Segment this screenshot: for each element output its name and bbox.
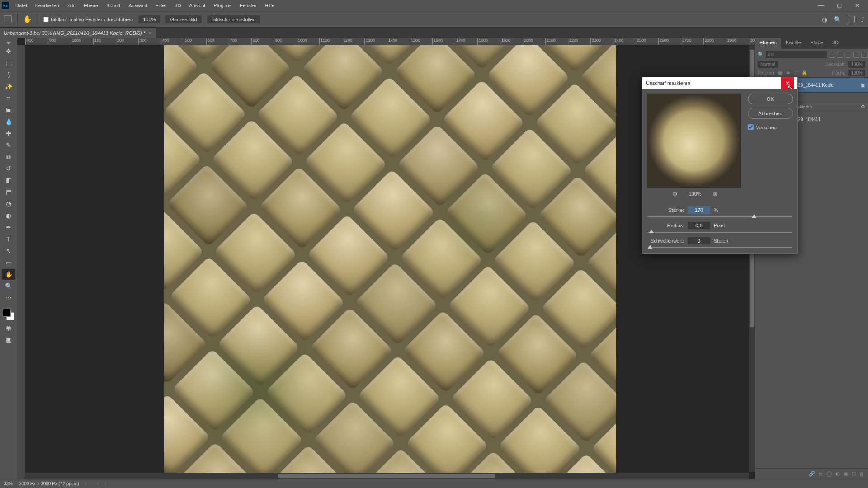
home-icon[interactable]: [4, 15, 12, 23]
pen-tool-icon[interactable]: ✒: [2, 222, 15, 233]
layer-filter-input[interactable]: [766, 51, 827, 58]
hand-tool-icon[interactable]: ✋: [2, 269, 15, 280]
type-tool-icon[interactable]: T: [2, 234, 15, 244]
tab-3d[interactable]: 3D: [828, 38, 843, 49]
nav-right-icon[interactable]: ›: [104, 481, 106, 486]
menu-type[interactable]: Schrift: [103, 1, 124, 9]
blend-mode-select[interactable]: Normal: [758, 61, 778, 68]
scroll-all-windows-checkbox[interactable]: Bildlauf in allen Fenstern durchführen: [43, 17, 133, 22]
slider-thumb[interactable]: [648, 245, 652, 249]
menu-file[interactable]: Datei: [12, 1, 31, 9]
menu-edit[interactable]: Bearbeiten: [32, 1, 63, 9]
menu-plugins[interactable]: Plug-ins: [210, 1, 235, 9]
preview-checkbox-input[interactable]: [748, 124, 754, 130]
menu-image[interactable]: Bild: [64, 1, 79, 9]
screen-mode-icon[interactable]: ▣: [2, 334, 15, 345]
move-tool-icon[interactable]: ✥: [2, 46, 15, 56]
share-icon[interactable]: ⤴: [861, 16, 864, 23]
tab-channels[interactable]: Kanäle: [781, 38, 806, 49]
clone-stamp-tool-icon[interactable]: ⧉: [2, 151, 15, 162]
cancel-button[interactable]: Abbrechen: [748, 108, 793, 119]
tab-paths[interactable]: Pfade: [806, 38, 828, 49]
filter-shape-icon[interactable]: [853, 52, 859, 58]
nav-left-icon[interactable]: ‹: [97, 481, 98, 486]
radius-input[interactable]: [688, 222, 710, 229]
fill-value[interactable]: 100%: [848, 70, 865, 76]
ok-button[interactable]: OK: [748, 94, 793, 104]
ruler-horizontal[interactable]: 8009001000100200300400500600700800900100…: [25, 38, 755, 45]
ruler-vertical[interactable]: [17, 45, 25, 479]
layer-mask-icon[interactable]: ◯: [826, 471, 832, 477]
fill-screen-button[interactable]: Bildschirm ausfüllen: [207, 15, 260, 23]
adjustment-layer-icon[interactable]: ◐: [835, 471, 840, 477]
document-info[interactable]: 3000 Px × 3000 Px (72 ppcm): [19, 481, 79, 486]
toolbox-collapse-icon[interactable]: [6, 42, 11, 45]
quick-mask-icon[interactable]: ◉: [2, 322, 15, 333]
filter-settings-icon[interactable]: ⚙: [861, 104, 865, 110]
zoom-tool-icon[interactable]: 🔍: [2, 281, 15, 291]
lock-all-icon[interactable]: 🔒: [801, 70, 807, 76]
preview-checkbox[interactable]: Vorschau: [748, 124, 793, 130]
slider-thumb[interactable]: [649, 230, 654, 233]
lock-artboard-icon[interactable]: ⬚: [793, 70, 799, 76]
crop-tool-icon[interactable]: ⌗: [2, 93, 15, 103]
tab-layers[interactable]: Ebenen: [755, 38, 781, 49]
scrollbar-thumb[interactable]: [278, 474, 495, 478]
filter-smart-icon[interactable]: [861, 52, 868, 58]
tab-close-icon[interactable]: ×: [149, 30, 151, 36]
zoom-out-icon[interactable]: ⊖: [672, 190, 678, 197]
eraser-tool-icon[interactable]: ◧: [2, 175, 15, 186]
healing-brush-tool-icon[interactable]: ✚: [2, 128, 15, 139]
dialog-preview-image[interactable]: [647, 94, 741, 188]
foreground-color-swatch[interactable]: [3, 309, 11, 317]
window-maximize-icon[interactable]: ▢: [830, 0, 848, 11]
menu-filter[interactable]: Filter: [152, 1, 170, 9]
cloud-docs-icon[interactable]: ◑: [822, 16, 827, 23]
eyedropper-tool-icon[interactable]: 💧: [2, 116, 15, 127]
filter-type-icon[interactable]: [845, 52, 851, 58]
color-swatches[interactable]: [2, 308, 15, 321]
dialog-titlebar[interactable]: Unscharf maskieren ✕: [642, 77, 797, 89]
rectangle-tool-icon[interactable]: ▭: [2, 257, 15, 268]
threshold-slider[interactable]: [648, 247, 792, 248]
search-icon[interactable]: 🔍: [834, 16, 841, 23]
zoom-100-button[interactable]: 100%: [138, 15, 160, 23]
canvas-image[interactable]: [164, 45, 616, 479]
window-close-icon[interactable]: ✕: [848, 0, 866, 11]
strength-input[interactable]: [688, 206, 710, 214]
zoom-level[interactable]: 33%: [4, 481, 13, 486]
menu-select[interactable]: Auswahl: [125, 1, 151, 9]
link-layers-icon[interactable]: 🔗: [809, 471, 815, 477]
document-tab[interactable]: Unbenannt-1 bei 33% (IMG_20210420_184411…: [0, 28, 156, 38]
dodge-tool-icon[interactable]: ◐: [2, 210, 15, 221]
hand-tool-icon[interactable]: ✋: [23, 15, 32, 23]
zoom-in-icon[interactable]: ⊕: [712, 190, 718, 197]
workspace-switcher-icon[interactable]: [848, 16, 855, 23]
strength-slider[interactable]: [648, 216, 792, 217]
menu-window[interactable]: Fenster: [236, 1, 260, 9]
scrollbar-horizontal[interactable]: [25, 473, 749, 479]
info-flyout-icon[interactable]: ›: [85, 481, 87, 486]
lasso-tool-icon[interactable]: ⟆: [2, 69, 15, 80]
layer-style-icon[interactable]: fx: [819, 471, 823, 477]
new-layer-icon[interactable]: ⊞: [852, 471, 856, 477]
fit-screen-button[interactable]: Ganzes Bild: [165, 15, 201, 23]
scroll-all-checkbox-input[interactable]: [43, 17, 49, 22]
menu-help[interactable]: Hilfe: [261, 1, 278, 9]
edit-toolbar-icon[interactable]: ⋯: [2, 292, 15, 303]
blur-tool-icon[interactable]: ◔: [2, 198, 15, 209]
menu-3d[interactable]: 3D: [171, 1, 184, 9]
dialog-close-button[interactable]: ✕: [781, 77, 794, 89]
threshold-input[interactable]: [688, 237, 710, 244]
path-select-tool-icon[interactable]: ↖: [2, 245, 15, 256]
radius-slider[interactable]: [648, 232, 792, 233]
gradient-tool-icon[interactable]: ▤: [2, 187, 15, 197]
opacity-value[interactable]: 100%: [848, 61, 865, 68]
lock-position-icon[interactable]: ✥: [785, 70, 791, 76]
brush-tool-icon[interactable]: ✎: [2, 140, 15, 150]
menu-layer[interactable]: Ebene: [80, 1, 102, 9]
window-minimize-icon[interactable]: —: [812, 0, 830, 11]
marquee-tool-icon[interactable]: ⬚: [2, 57, 15, 68]
magic-wand-tool-icon[interactable]: ✨: [2, 81, 15, 92]
slider-thumb[interactable]: [752, 214, 756, 218]
